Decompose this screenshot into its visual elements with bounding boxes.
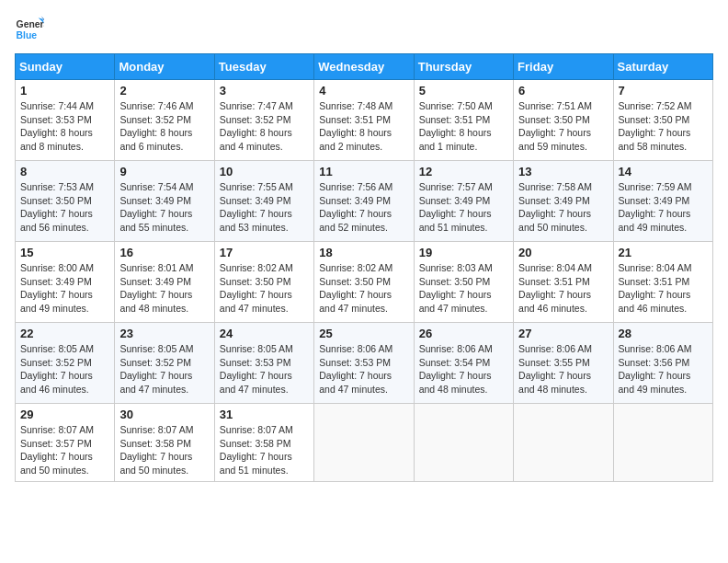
calendar-cell: 19 Sunrise: 8:03 AM Sunset: 3:50 PM Dayl…	[414, 242, 513, 323]
sunrise-value: 7:50 AM	[457, 100, 493, 111]
calendar-cell: 20 Sunrise: 8:04 AM Sunset: 3:51 PM Dayl…	[514, 242, 613, 323]
day-number: 13	[518, 165, 608, 178]
daylight-label: Daylight:	[518, 289, 559, 300]
calendar-cell: 29 Sunrise: 8:07 AM Sunset: 3:57 PM Dayl…	[16, 404, 115, 482]
sunrise-value: 7:46 AM	[158, 100, 194, 111]
sunrise-label: Sunrise:	[319, 100, 357, 111]
day-number: 14	[619, 165, 708, 178]
sunset-label: Sunset:	[20, 114, 56, 125]
calendar-cell: 30 Sunrise: 8:07 AM Sunset: 3:58 PM Dayl…	[115, 404, 214, 482]
sunset-label: Sunset:	[220, 438, 256, 449]
sunrise-value: 7:58 AM	[557, 181, 593, 192]
sunset-label: Sunset:	[319, 357, 355, 368]
weekday-header: Sunday	[16, 54, 115, 80]
daylight-label: Daylight:	[119, 127, 160, 138]
day-number: 1	[20, 84, 109, 98]
sunset-label: Sunset:	[419, 195, 455, 206]
day-number: 18	[319, 246, 408, 259]
calendar-cell: 5 Sunrise: 7:50 AM Sunset: 3:51 PM Dayli…	[414, 80, 513, 161]
sunset-value: 3:49 PM	[255, 195, 290, 206]
sunrise-value: 8:05 AM	[158, 343, 194, 354]
day-info: Sunrise: 8:05 AM Sunset: 3:53 PM Dayligh…	[220, 342, 309, 396]
calendar-cell	[613, 404, 712, 482]
day-number: 22	[20, 327, 109, 340]
daylight-label: Daylight:	[119, 289, 160, 300]
day-info: Sunrise: 8:07 AM Sunset: 3:58 PM Dayligh…	[119, 423, 209, 477]
sunrise-label: Sunrise:	[119, 343, 157, 354]
calendar-cell: 12 Sunrise: 7:57 AM Sunset: 3:49 PM Dayl…	[414, 161, 513, 242]
day-info: Sunrise: 7:44 AM Sunset: 3:53 PM Dayligh…	[20, 99, 109, 154]
calendar-cell: 13 Sunrise: 7:58 AM Sunset: 3:49 PM Dayl…	[514, 161, 613, 242]
daylight-label: Daylight:	[619, 289, 659, 300]
calendar-cell	[414, 404, 513, 482]
sunrise-value: 8:02 AM	[358, 262, 393, 273]
sunset-value: 3:50 PM	[554, 114, 590, 125]
day-info: Sunrise: 8:04 AM Sunset: 3:51 PM Dayligh…	[518, 261, 608, 316]
sunrise-label: Sunrise:	[20, 262, 58, 273]
sunset-value: 3:52 PM	[255, 114, 290, 125]
sunrise-label: Sunrise:	[319, 181, 357, 192]
calendar-cell: 10 Sunrise: 7:55 AM Sunset: 3:49 PM Dayl…	[214, 161, 313, 242]
sunset-label: Sunset:	[119, 438, 155, 449]
sunset-label: Sunset:	[619, 276, 654, 287]
calendar-cell: 9 Sunrise: 7:54 AM Sunset: 3:49 PM Dayli…	[115, 161, 214, 242]
day-info: Sunrise: 8:06 AM Sunset: 3:54 PM Dayligh…	[419, 342, 508, 396]
sunrise-value: 7:54 AM	[158, 181, 194, 192]
sunset-label: Sunset:	[20, 438, 56, 449]
sunrise-value: 7:59 AM	[656, 181, 692, 192]
sunrise-label: Sunrise:	[20, 424, 58, 435]
sunrise-value: 8:05 AM	[58, 343, 94, 354]
sunrise-value: 7:47 AM	[257, 100, 293, 111]
sunset-value: 3:49 PM	[654, 195, 689, 206]
weekday-header: Thursday	[414, 54, 513, 80]
sunrise-label: Sunrise:	[518, 100, 556, 111]
calendar-cell: 1 Sunrise: 7:44 AM Sunset: 3:53 PM Dayli…	[16, 80, 115, 161]
day-number: 11	[319, 165, 408, 178]
daylight-label: Daylight:	[619, 127, 659, 138]
sunrise-label: Sunrise:	[619, 181, 656, 192]
sunrise-value: 8:07 AM	[257, 424, 293, 435]
day-number: 30	[119, 408, 209, 421]
sunrise-value: 8:06 AM	[358, 343, 393, 354]
day-info: Sunrise: 8:04 AM Sunset: 3:51 PM Dayligh…	[619, 261, 708, 316]
sunrise-value: 7:55 AM	[257, 181, 293, 192]
day-info: Sunrise: 7:50 AM Sunset: 3:51 PM Dayligh…	[419, 99, 508, 154]
sunset-label: Sunset:	[20, 276, 56, 287]
sunset-value: 3:51 PM	[654, 276, 689, 287]
daylight-label: Daylight:	[220, 289, 260, 300]
daylight-label: Daylight:	[220, 127, 260, 138]
daylight-label: Daylight:	[220, 451, 260, 462]
calendar-cell: 8 Sunrise: 7:53 AM Sunset: 3:50 PM Dayli…	[16, 161, 115, 242]
calendar-cell: 2 Sunrise: 7:46 AM Sunset: 3:52 PM Dayli…	[115, 80, 214, 161]
calendar-cell: 11 Sunrise: 7:56 AM Sunset: 3:49 PM Dayl…	[314, 161, 414, 242]
daylight-label: Daylight:	[319, 289, 359, 300]
weekday-header: Friday	[514, 54, 613, 80]
sunset-value: 3:52 PM	[155, 114, 191, 125]
sunrise-value: 7:53 AM	[58, 181, 94, 192]
sunset-value: 3:49 PM	[454, 195, 490, 206]
sunrise-label: Sunrise:	[518, 343, 556, 354]
sunset-label: Sunset:	[619, 357, 654, 368]
sunrise-label: Sunrise:	[419, 181, 457, 192]
sunset-value: 3:56 PM	[654, 357, 689, 368]
logo-icon: General Blue	[15, 15, 44, 44]
sunrise-label: Sunrise:	[20, 181, 58, 192]
sunrise-value: 8:04 AM	[656, 262, 692, 273]
daylight-label: Daylight:	[518, 208, 559, 219]
sunrise-value: 8:07 AM	[158, 424, 194, 435]
sunset-label: Sunset:	[619, 195, 654, 206]
day-number: 21	[619, 246, 708, 259]
calendar-cell: 17 Sunrise: 8:02 AM Sunset: 3:50 PM Dayl…	[214, 242, 313, 323]
sunset-value: 3:49 PM	[155, 195, 191, 206]
calendar-cell: 23 Sunrise: 8:05 AM Sunset: 3:52 PM Dayl…	[115, 323, 214, 404]
sunset-label: Sunset:	[319, 195, 355, 206]
sunrise-label: Sunrise:	[119, 262, 157, 273]
sunrise-value: 7:48 AM	[358, 100, 393, 111]
sunset-value: 3:50 PM	[355, 276, 391, 287]
sunset-label: Sunset:	[518, 276, 554, 287]
sunset-value: 3:51 PM	[355, 114, 391, 125]
day-number: 17	[220, 246, 309, 259]
calendar-cell: 22 Sunrise: 8:05 AM Sunset: 3:52 PM Dayl…	[16, 323, 115, 404]
sunrise-value: 7:44 AM	[58, 100, 94, 111]
sunrise-label: Sunrise:	[220, 343, 257, 354]
